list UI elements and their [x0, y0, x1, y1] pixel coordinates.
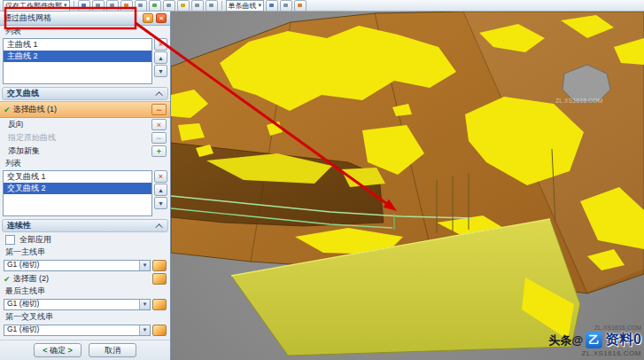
- faint-watermark: ZL.XS1616.COM: [555, 98, 602, 104]
- list-item[interactable]: 主曲线 1: [4, 39, 151, 51]
- specify-origin-label: 指定原始曲线: [4, 132, 149, 144]
- graphics-window[interactable]: ZL.XS1616.COM ZL.XS1616.COM 头条@ 乙 资料0 ZL…: [171, 12, 644, 360]
- pin-dot-icon: [146, 17, 150, 20]
- chevron-down-icon: ▾: [259, 2, 262, 9]
- reverse-label: 反向: [4, 119, 149, 130]
- scope-dropdown[interactable]: 仅在工作部件内部 ▾: [3, 0, 70, 12]
- origin-curve-icon: ∼: [151, 132, 167, 144]
- end-point-icon[interactable]: [92, 0, 105, 12]
- list-item-selected[interactable]: 主曲线 2: [4, 51, 151, 62]
- face-rule-icon[interactable]: [152, 325, 167, 336]
- first-cross-row: G1 (相切) ▾: [0, 323, 170, 337]
- quadrant-point-icon[interactable]: [163, 0, 175, 12]
- move-down-icon[interactable]: ▼: [154, 65, 167, 77]
- close-icon[interactable]: ×: [156, 13, 167, 23]
- reverse-row[interactable]: 反向 ×: [0, 118, 170, 131]
- check-icon: ✔: [4, 275, 11, 284]
- reverse-direction-icon[interactable]: ×: [151, 119, 167, 130]
- move-up-icon[interactable]: ▲: [154, 51, 167, 64]
- toolbar-separator: [74, 1, 74, 10]
- primary-curve-list: 主曲线 1 主曲线 2 × ▲ ▼: [0, 37, 170, 85]
- watermark-url-top: ZL.XS1616.COM: [548, 325, 641, 331]
- list-button-column: × ▲ ▼: [154, 38, 167, 84]
- cross-curve-list: 交叉曲线 1 交叉曲线 2 × ▲ ▼: [0, 169, 170, 217]
- move-down-icon[interactable]: ▼: [154, 197, 167, 209]
- ok-button[interactable]: < 确定 >: [34, 343, 81, 357]
- watermark-url-bottom: ZL.XS1616.COM: [548, 349, 641, 357]
- mid-point-icon[interactable]: [106, 0, 119, 12]
- ok-left-arrow-icon: <: [43, 346, 47, 355]
- first-primary-value: G1 (相切): [4, 260, 139, 270]
- select-face-label: 选择面 (2): [13, 273, 150, 285]
- watermark-brand: 资料0: [605, 331, 641, 349]
- first-cross-label: 第一交叉线串: [0, 311, 170, 323]
- toolbar-separator: [221, 1, 222, 10]
- dropdown-arrow-icon: ▾: [139, 300, 150, 309]
- pin-icon[interactable]: [143, 13, 153, 23]
- apply-all-checkbox[interactable]: [5, 235, 15, 245]
- follow-fillet-icon[interactable]: [294, 0, 306, 12]
- dialog-titlebar[interactable]: 通过曲线网格 ×: [0, 12, 170, 26]
- section-continuity[interactable]: 连续性: [2, 219, 168, 232]
- add-new-set-label: 添加新集: [4, 145, 149, 157]
- stop-at-intersection-icon[interactable]: [280, 0, 292, 12]
- cross-listbox[interactable]: 交叉曲线 1 交叉曲线 2: [3, 170, 152, 216]
- point-on-curve-icon[interactable]: [191, 0, 204, 12]
- through-curve-mesh-dialog: 通过曲线网格 × 列表 主曲线 1 主曲线 2 × ▲ ▼ 交叉曲线 ✔ 选择曲…: [0, 12, 171, 360]
- select-face-row[interactable]: ✔ 选择面 (2): [0, 272, 170, 286]
- list-button-column: × ▲ ▼: [154, 170, 167, 216]
- specify-origin-row: 指定原始曲线 ∼: [0, 131, 170, 145]
- apply-all-row: 全部应用: [0, 233, 170, 247]
- chain-curves-icon[interactable]: [266, 0, 278, 12]
- ok-button-label: 确定: [50, 345, 66, 356]
- snap-point-icon[interactable]: [78, 0, 90, 12]
- dialog-title: 通过曲线网格: [4, 12, 140, 24]
- curve-select-icon[interactable]: ∼: [151, 104, 167, 115]
- curve-rule-value: 单条曲线: [229, 1, 257, 11]
- first-cross-combo[interactable]: G1 (相切) ▾: [4, 325, 151, 336]
- face-rule-icon[interactable]: [152, 260, 167, 271]
- dropdown-arrow-icon: ▾: [139, 325, 150, 335]
- curve-rule-dropdown[interactable]: 单条曲线 ▾: [226, 0, 265, 12]
- first-cross-value: G1 (相切): [4, 325, 139, 335]
- list-item-selected[interactable]: 交叉曲线 2: [4, 183, 151, 194]
- watermark-prefix: 头条@: [548, 333, 583, 348]
- point-on-surface-icon[interactable]: [206, 0, 218, 12]
- remove-icon[interactable]: ×: [154, 170, 167, 183]
- select-curve-row[interactable]: ✔ 选择曲线 (1) ∼: [0, 101, 170, 118]
- check-icon: ✔: [4, 106, 11, 114]
- watermark: ZL.XS1616.COM 头条@ 乙 资料0 ZL.XS1616.COM: [548, 325, 641, 357]
- add-new-set-row[interactable]: 添加新集 +: [0, 145, 170, 158]
- intersection-point-icon[interactable]: [135, 0, 147, 12]
- primary-listbox[interactable]: 主曲线 1 主曲线 2: [3, 38, 152, 84]
- nx-application-window: 仅在工作部件内部 ▾ 单条曲线 ▾ 通过曲线网格 × 列表: [0, 0, 644, 360]
- face-rule-icon[interactable]: [152, 299, 167, 310]
- last-primary-combo[interactable]: G1 (相切) ▾: [4, 299, 151, 310]
- select-face-icon[interactable]: [152, 273, 167, 285]
- existing-point-icon[interactable]: [177, 0, 190, 12]
- section-cross-curves-label: 交叉曲线: [7, 88, 39, 99]
- watermark-logo-icon: 乙: [586, 332, 602, 348]
- last-primary-row: G1 (相切) ▾: [0, 297, 170, 311]
- chevron-up-icon: [155, 91, 162, 98]
- scope-dropdown-value: 仅在工作部件内部: [5, 1, 62, 11]
- dialog-button-row: < 确定 > 取消: [0, 340, 170, 360]
- move-up-icon[interactable]: ▲: [154, 184, 167, 196]
- remove-icon[interactable]: ×: [154, 38, 167, 51]
- first-primary-combo[interactable]: G1 (相切) ▾: [4, 260, 151, 271]
- cancel-button[interactable]: 取消: [89, 343, 136, 357]
- ok-right-arrow-icon: >: [68, 346, 73, 355]
- list-item[interactable]: 交叉曲线 1: [4, 171, 151, 183]
- control-point-icon[interactable]: [120, 0, 133, 12]
- add-new-set-icon[interactable]: +: [151, 145, 167, 157]
- select-curve-label: 选择曲线 (1): [13, 104, 149, 115]
- last-primary-label: 最后主线串: [0, 286, 170, 297]
- selection-toolbar: 仅在工作部件内部 ▾ 单条曲线 ▾: [0, 0, 644, 12]
- primary-list-label: 列表: [0, 26, 170, 37]
- chevron-down-icon: ▾: [64, 2, 67, 9]
- first-primary-label: 第一主线串: [0, 247, 170, 258]
- last-primary-value: G1 (相切): [4, 299, 139, 309]
- section-continuity-label: 连续性: [7, 220, 31, 231]
- arc-center-icon[interactable]: [149, 0, 161, 12]
- section-cross-curves[interactable]: 交叉曲线: [2, 87, 168, 100]
